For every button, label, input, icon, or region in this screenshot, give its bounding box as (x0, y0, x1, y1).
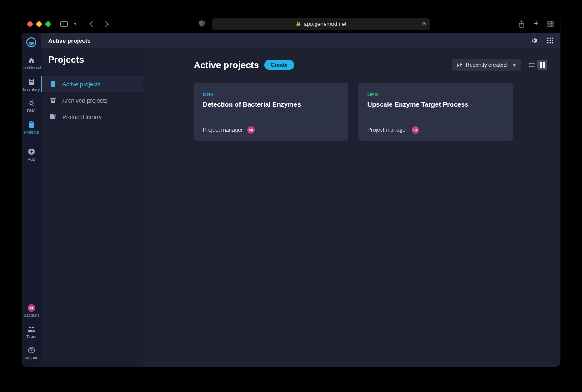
svg-rect-42 (531, 65, 535, 65)
new-tab-icon[interactable]: + (532, 20, 540, 28)
rail-item-dashboard[interactable]: Dashboard (22, 53, 41, 74)
rail-label: Account (24, 313, 39, 318)
settings-button[interactable] (531, 37, 538, 44)
svg-rect-46 (543, 62, 545, 65)
svg-rect-9 (30, 79, 33, 80)
app-logo[interactable] (26, 37, 36, 47)
home-icon (27, 56, 35, 65)
project-card[interactable]: DBE Detection of Bacterial Enzymes Proje… (194, 83, 348, 141)
rail-item-dna[interactable]: DNA (22, 95, 41, 117)
pm-label: Project manager (367, 127, 407, 133)
rail-item-account[interactable]: SA Account (22, 301, 41, 321)
project-code: UPS (367, 92, 504, 97)
window-minimize[interactable] (36, 21, 42, 27)
svg-rect-23 (51, 100, 55, 103)
sidebar-toggle-icon[interactable] (60, 20, 68, 28)
svg-point-41 (529, 65, 530, 65)
svg-point-19 (31, 352, 32, 352)
rail-label: Team (26, 334, 36, 339)
chevron-down-icon: ▼ (512, 63, 517, 68)
account-avatar: SA (28, 304, 35, 312)
sidepanel-item-label: Archived projects (62, 97, 108, 104)
svg-point-32 (550, 40, 551, 41)
project-code: DBE (203, 92, 339, 97)
inventory-icon (27, 78, 35, 86)
svg-rect-24 (53, 100, 54, 101)
project-title: Detection of Bacterial Enzymes (203, 101, 339, 108)
rail-item-add[interactable]: Add (22, 144, 41, 165)
sort-dropdown[interactable]: Recently created ▼ (452, 59, 521, 71)
apps-button[interactable] (547, 37, 554, 44)
nav-forward-icon[interactable] (103, 20, 111, 28)
svg-rect-15 (30, 151, 33, 152)
svg-point-31 (547, 40, 549, 41)
rail-label: DNA (27, 109, 35, 113)
svg-rect-26 (52, 114, 54, 119)
lock-icon: 🔒 (296, 21, 301, 26)
svg-rect-10 (30, 81, 33, 82)
svg-rect-45 (540, 62, 542, 65)
view-grid-button[interactable] (537, 60, 547, 70)
nav-back-icon[interactable] (87, 20, 95, 28)
window-maximize[interactable] (45, 21, 51, 27)
svg-point-43 (529, 66, 530, 67)
sort-label: Recently created (466, 62, 507, 68)
gear-icon (531, 37, 538, 44)
sidepanel-item-active-projects[interactable]: Active projects (41, 76, 143, 92)
svg-point-28 (547, 38, 549, 39)
rail-label: Inventory (23, 87, 40, 92)
svg-point-36 (552, 42, 553, 44)
browser-window: ▾ 🔒 app.genemod.net ⟳ (22, 15, 560, 367)
pm-avatar: SA (247, 126, 255, 134)
svg-rect-44 (531, 66, 535, 67)
content-header: Active projects Create Recently created … (194, 59, 547, 71)
window-controls (27, 21, 51, 27)
grid-icon (547, 37, 553, 44)
svg-rect-40 (531, 63, 535, 63)
svg-rect-12 (30, 121, 33, 123)
app-root: Dashboard Inventory DNA (22, 33, 560, 367)
library-icon (50, 113, 57, 120)
window-close[interactable] (27, 21, 33, 27)
svg-rect-47 (540, 65, 542, 68)
rail-item-support[interactable]: Support (22, 342, 41, 364)
address-bar[interactable]: 🔒 app.genemod.net ⟳ (212, 18, 430, 30)
project-title: Upscale Enzyme Target Process (367, 101, 504, 108)
sidepanel-item-protocol-library[interactable]: Protocol library (41, 109, 143, 125)
svg-rect-27 (54, 114, 56, 119)
sidepanel-item-label: Active projects (62, 81, 101, 88)
project-card[interactable]: UPS Upscale Enzyme Target Process Projec… (358, 83, 513, 141)
list-icon (528, 62, 535, 68)
share-icon[interactable] (517, 20, 526, 28)
rail-label: Add (28, 157, 35, 162)
chevron-down-icon[interactable]: ▾ (71, 20, 79, 28)
privacy-shield-icon[interactable] (198, 20, 206, 28)
pm-avatar: SA (412, 126, 419, 134)
pm-label: Project manager (203, 127, 243, 133)
browser-chrome: ▾ 🔒 app.genemod.net ⟳ (22, 15, 560, 33)
sidepanel-item-archived-projects[interactable]: Archived projects (41, 92, 143, 109)
reload-icon[interactable]: ⟳ (422, 21, 426, 27)
clipboard-icon (27, 120, 35, 129)
svg-point-33 (552, 40, 553, 41)
svg-rect-6 (548, 25, 550, 27)
rail-item-team[interactable]: Team (22, 321, 41, 342)
url-text: app.genemod.net (304, 21, 346, 27)
rail-item-projects[interactable]: Projects (22, 117, 41, 138)
svg-point-29 (550, 38, 551, 39)
create-button[interactable]: Create (264, 60, 294, 70)
rail-label: Dashboard (22, 66, 41, 70)
team-icon (27, 325, 35, 333)
svg-rect-48 (543, 65, 545, 68)
svg-rect-5 (551, 21, 553, 24)
svg-rect-0 (61, 21, 68, 26)
main-area: Active projects Create Recently created … (143, 33, 560, 367)
nav-rail: Dashboard Inventory DNA (22, 33, 41, 367)
book-icon (50, 80, 57, 88)
rail-item-inventory[interactable]: Inventory (22, 74, 41, 95)
svg-rect-4 (548, 21, 550, 24)
svg-rect-25 (50, 114, 52, 119)
tab-overview-icon[interactable] (547, 20, 555, 28)
project-footer: Project manager SA (367, 114, 504, 134)
view-list-button[interactable] (527, 60, 537, 70)
